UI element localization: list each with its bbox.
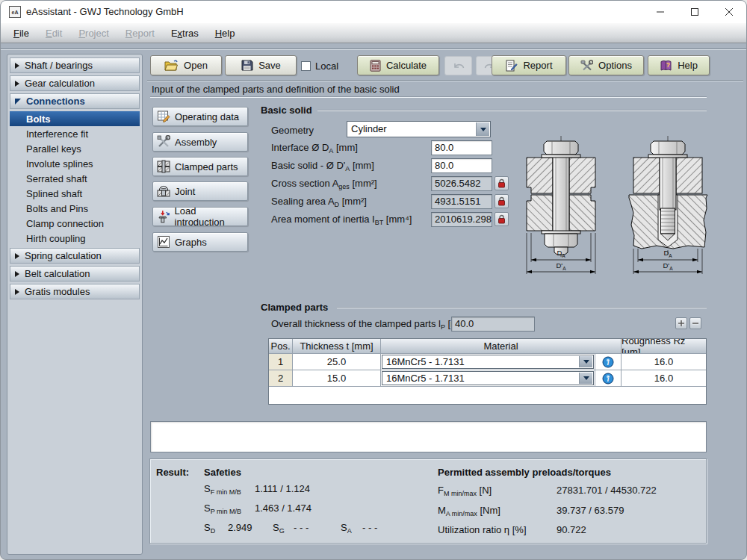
toolbar-separator bbox=[147, 80, 743, 81]
sidebar-section-gratis-modules[interactable]: Gratis modules bbox=[10, 284, 140, 299]
minus-icon bbox=[692, 320, 699, 327]
lock-icon bbox=[498, 196, 506, 206]
sealing-area-label: Sealing area AD [mm²] bbox=[271, 196, 367, 207]
menu-file[interactable]: File bbox=[5, 23, 37, 43]
assembly-button[interactable]: Assembly bbox=[152, 132, 248, 152]
area-moment-value: 2010619.2983 bbox=[431, 212, 492, 227]
geometry-select[interactable]: Cylinder bbox=[347, 121, 491, 137]
row1-thickness-input[interactable]: 25.0 bbox=[293, 354, 381, 370]
interface-diameter-input[interactable]: 80.0 bbox=[431, 140, 492, 155]
sidebar-item-involute-splines[interactable]: Involute splines bbox=[10, 156, 140, 171]
sidebar-item-parallel-keys[interactable]: Parallel keys bbox=[10, 141, 140, 156]
sealing-area-lock-button[interactable] bbox=[495, 194, 509, 208]
sidebar-item-serrated-shaft[interactable]: Serrated shaft bbox=[10, 171, 140, 186]
info-icon: i bbox=[602, 356, 614, 368]
save-floppy-icon bbox=[241, 60, 253, 71]
row1-roughness-input[interactable]: 16.0 bbox=[622, 354, 706, 370]
status-line: Input of the clamped parts and definitio… bbox=[152, 84, 400, 95]
window-title: eAssistant - GWJ Technology GmbH bbox=[26, 6, 184, 17]
interface-diameter-label: Interface Ø DA [mm] bbox=[271, 142, 358, 153]
dropdown-arrow-icon[interactable] bbox=[579, 356, 592, 367]
basic-solid-rule bbox=[317, 110, 707, 111]
clamped-parts-title: Clamped parts bbox=[261, 302, 328, 313]
menu-edit[interactable]: Edit bbox=[37, 23, 70, 43]
lock-icon bbox=[498, 178, 506, 188]
close-icon bbox=[725, 7, 734, 16]
graphs-button[interactable]: Graphs bbox=[152, 232, 248, 252]
sidebar-item-bolts[interactable]: Bolts bbox=[10, 111, 140, 126]
save-button[interactable]: Save bbox=[225, 55, 297, 75]
info-icon: i bbox=[602, 373, 614, 385]
open-button[interactable]: Open bbox=[150, 55, 222, 75]
sidebar-item-hirth-coupling[interactable]: Hirth coupling bbox=[10, 231, 140, 246]
report-button[interactable]: Report bbox=[492, 55, 566, 75]
message-box bbox=[150, 421, 707, 452]
row2-roughness-input[interactable]: 16.0 bbox=[622, 370, 706, 387]
sidebar-section-shaft-bearings[interactable]: Shaft / bearings bbox=[10, 57, 140, 73]
dropdown-arrow-icon[interactable] bbox=[476, 122, 489, 136]
geometry-label: Geometry bbox=[271, 125, 314, 136]
safety-sf-value: 1.111 / 1.124 bbox=[255, 483, 310, 494]
titlebar: eA eAssistant - GWJ Technology GmbH bbox=[1, 1, 746, 24]
tools-icon bbox=[580, 60, 593, 72]
row2-thickness-input[interactable]: 15.0 bbox=[293, 370, 381, 387]
close-button[interactable] bbox=[712, 1, 746, 23]
open-folder-icon bbox=[164, 60, 179, 71]
menu-help[interactable]: Help bbox=[207, 23, 244, 43]
load-introduction-icon bbox=[157, 210, 170, 223]
torque-ma-value: 39.737 / 63.579 bbox=[557, 505, 624, 516]
menu-extras[interactable]: Extras bbox=[163, 23, 207, 43]
app-window: eA eAssistant - GWJ Technology GmbH File… bbox=[0, 0, 747, 560]
sidebar: Shaft / bearings Gear calculation Connec… bbox=[7, 54, 143, 555]
sidebar-item-clamp-connection[interactable]: Clamp connection bbox=[10, 216, 140, 231]
basic-solid-diameter-input[interactable]: 80.0 bbox=[431, 158, 492, 173]
sidebar-item-splined-shaft[interactable]: Splined shaft bbox=[10, 186, 140, 201]
tap-bolt-drawing: DA D'A bbox=[627, 135, 710, 288]
row2-pos: 2 bbox=[269, 370, 293, 387]
operating-data-button[interactable]: Operating data bbox=[152, 107, 248, 126]
menubar: File Edit Project Report Extras Help bbox=[1, 23, 746, 43]
chevron-right-icon bbox=[15, 63, 19, 69]
result-panel: Result: Safeties SF min M/B 1.111 / 1.12… bbox=[149, 458, 707, 544]
safety-sa-label: SA bbox=[341, 522, 352, 533]
chevron-right-icon bbox=[15, 253, 19, 259]
calculate-button[interactable]: Calculate bbox=[357, 55, 439, 75]
result-label: Result: bbox=[156, 467, 189, 478]
clamped-parts-button[interactable]: Clamped parts bbox=[152, 157, 248, 176]
overall-thickness-label: Overall thickness of the clamped parts l… bbox=[271, 318, 469, 329]
minimize-icon bbox=[656, 7, 665, 16]
help-button[interactable]: ? Help bbox=[648, 55, 710, 75]
sidebar-section-belt-calculation[interactable]: Belt calculation bbox=[10, 266, 140, 281]
cross-section-lock-button[interactable] bbox=[495, 176, 509, 190]
row2-material-select[interactable]: 16MnCr5 - 1.7131 bbox=[382, 371, 594, 385]
row1-material-select[interactable]: 16MnCr5 - 1.7131 bbox=[382, 355, 594, 369]
maximize-button[interactable] bbox=[678, 1, 712, 23]
svg-text:DA: DA bbox=[663, 249, 672, 258]
sidebar-section-connections[interactable]: Connections bbox=[10, 93, 140, 109]
chevron-expanded-icon bbox=[15, 99, 21, 105]
utilization-ratio-label: Utilization ratio η [%] bbox=[438, 524, 527, 535]
joint-button[interactable]: Joint bbox=[152, 181, 248, 201]
row1-pos: 1 bbox=[269, 354, 293, 370]
sidebar-item-bolts-and-pins[interactable]: Bolts and Pins bbox=[10, 201, 140, 216]
options-button[interactable]: Options bbox=[568, 55, 644, 75]
menu-project[interactable]: Project bbox=[70, 23, 117, 43]
local-checkbox[interactable] bbox=[301, 61, 311, 71]
undo-button[interactable] bbox=[444, 56, 472, 75]
status-underline bbox=[150, 96, 707, 98]
sidebar-item-interference-fit[interactable]: Interference fit bbox=[10, 126, 140, 141]
menu-report[interactable]: Report bbox=[117, 23, 163, 43]
minimize-button[interactable] bbox=[643, 1, 678, 23]
add-layer-button[interactable] bbox=[675, 317, 687, 329]
safety-sd-value: 2.949 bbox=[228, 522, 252, 533]
row1-material-info-button[interactable]: i bbox=[595, 354, 622, 370]
safety-sp-value: 1.463 / 1.474 bbox=[255, 503, 311, 514]
dropdown-arrow-icon[interactable] bbox=[579, 373, 592, 384]
clamped-parts-rule bbox=[337, 307, 707, 308]
area-moment-lock-button[interactable] bbox=[495, 212, 509, 226]
sidebar-section-gear-calculation[interactable]: Gear calculation bbox=[10, 75, 140, 91]
row2-material-info-button[interactable]: i bbox=[595, 370, 622, 387]
load-introduction-button[interactable]: Load introduction bbox=[152, 207, 248, 226]
remove-layer-button[interactable] bbox=[689, 317, 701, 329]
sidebar-section-spring-calculation[interactable]: Spring calculation bbox=[10, 248, 140, 264]
